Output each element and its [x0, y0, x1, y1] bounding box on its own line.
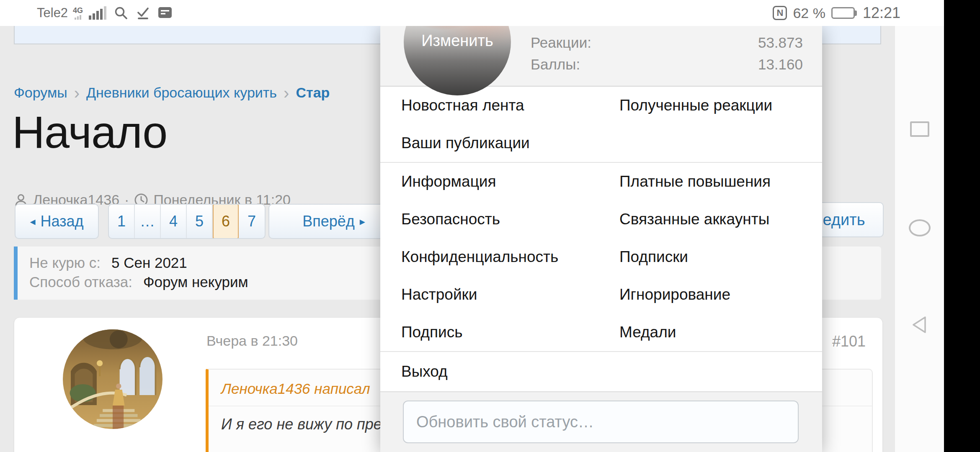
menu-item-your-content[interactable]: Ваши публикации: [401, 134, 619, 152]
back-arrow-icon: ◂: [30, 215, 35, 228]
forward-button[interactable]: Вперёд ▸: [268, 204, 399, 239]
page-number-group: 1 … 4 5 6 7: [108, 204, 266, 239]
stat-row: Реакции: 53.873: [531, 32, 803, 54]
menu-item-ignoring[interactable]: Игнорирование: [619, 286, 822, 303]
menu-row: Настройки Игнорирование: [380, 276, 822, 313]
screen: Форумы › Дневники бросающих курить › Ста…: [0, 0, 980, 452]
menu-item-privacy[interactable]: Конфиденциальность: [401, 248, 619, 266]
chevron-right-icon: ›: [74, 86, 80, 100]
android-nav-bar: [895, 0, 944, 452]
menu-item-preferences[interactable]: Настройки: [401, 286, 619, 303]
page-button-4[interactable]: 4: [161, 205, 187, 238]
stat-row: Баллы: 13.160: [531, 54, 803, 75]
forward-arrow-icon: ▸: [360, 215, 365, 228]
menu-item-subscriptions[interactable]: Подписки: [619, 248, 822, 266]
page-button-5[interactable]: 5: [187, 205, 213, 238]
menu-item-paid-upgrades[interactable]: Платные повышения: [619, 173, 822, 190]
status-time: 12:21: [863, 4, 900, 22]
back-button-label: Назад: [40, 213, 83, 230]
status-bar: Tele2 4G: [0, 0, 944, 26]
display-notch-strip: [944, 0, 980, 452]
stat-label-reactions: Реакции:: [531, 34, 591, 51]
menu-item-received-reactions[interactable]: Полученные реакции: [619, 97, 822, 114]
post-author-avatar[interactable]: [63, 329, 162, 429]
status-bar-right: N 62 % 12:21: [773, 0, 900, 26]
post-time[interactable]: Вчера в 21:30: [206, 333, 298, 349]
stat-value-points: 13.160: [758, 56, 803, 73]
menu-row: Ваши публикации: [380, 124, 822, 162]
forward-button-label: Вперёд: [302, 213, 355, 230]
menu-row: Подпись Медали: [380, 313, 822, 351]
page-button-ellipsis[interactable]: …: [135, 205, 161, 238]
page-title: Начало: [12, 110, 167, 155]
menu-item-security[interactable]: Безопасность: [401, 211, 619, 228]
info-label: Способ отказа:: [29, 274, 132, 290]
menu-item-logout[interactable]: Выход: [401, 363, 448, 380]
back-button[interactable]: ◂ Назад: [15, 204, 99, 239]
network-activity-icon: [75, 15, 81, 20]
menu-row: Информация Платные повышения: [380, 163, 822, 200]
menu-row: Безопасность Связанные аккаунты: [380, 200, 822, 238]
dropdown-footer: [380, 391, 822, 452]
breadcrumb: Форумы › Дневники бросающих курить › Ста…: [14, 85, 330, 101]
carrier-label: Tele2: [37, 5, 68, 21]
download-done-icon: [136, 6, 150, 20]
menu-row: Выход: [380, 352, 822, 391]
chevron-right-icon: ›: [284, 86, 289, 100]
message-icon: [157, 6, 173, 20]
info-value: Форум некурим: [143, 274, 248, 290]
account-dropdown: Реакции: 53.873 Баллы: 13.160 Изменить Н…: [380, 26, 822, 452]
breadcrumb-item-current[interactable]: Стар: [296, 85, 330, 101]
nav-home-button[interactable]: [909, 219, 931, 236]
battery-percent: 62 %: [793, 5, 825, 21]
status-bar-left: Tele2 4G: [37, 0, 173, 26]
status-input[interactable]: [403, 401, 799, 443]
signal-strength-icon: [89, 6, 106, 20]
breadcrumb-item-category[interactable]: Дневники бросающих курить: [86, 85, 277, 101]
page-button-7[interactable]: 7: [239, 205, 265, 238]
menu-item-connected-accounts[interactable]: Связанные аккаунты: [619, 211, 822, 228]
page-button-6-current[interactable]: 6: [213, 204, 239, 239]
menu-row: Конфиденциальность Подписки: [380, 238, 822, 276]
battery-icon: [831, 7, 857, 19]
nav-recents-button[interactable]: [910, 121, 929, 137]
menu-item-news-feed[interactable]: Новостная лента: [401, 97, 619, 114]
menu-item-information[interactable]: Информация: [401, 173, 619, 190]
avatar-edit-button[interactable]: Изменить: [404, 32, 511, 50]
nav-back-button[interactable]: [910, 315, 930, 335]
info-label: Не курю с:: [29, 254, 101, 271]
stat-label-points: Баллы:: [531, 56, 580, 73]
account-stats: Реакции: 53.873 Баллы: 13.160: [531, 32, 803, 75]
palace-avatar-image: [63, 329, 162, 429]
page-button-1[interactable]: 1: [109, 205, 135, 238]
network-type-icon: 4G: [73, 7, 83, 20]
post-number[interactable]: #101: [832, 333, 866, 350]
breadcrumb-item-forums[interactable]: Форумы: [14, 85, 67, 101]
search-icon: [114, 6, 128, 20]
menu-item-medals[interactable]: Медали: [619, 324, 822, 341]
info-value: 5 Сен 2021: [111, 254, 187, 271]
stat-value-reactions: 53.873: [758, 34, 803, 51]
menu-item-signature[interactable]: Подпись: [401, 324, 619, 341]
nfc-icon: N: [773, 6, 787, 20]
